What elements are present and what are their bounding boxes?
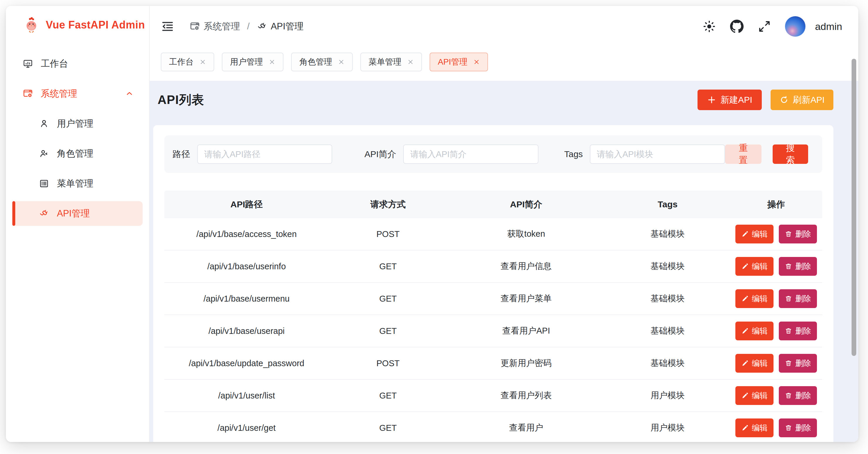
role-icon <box>39 148 49 159</box>
tab-role-management[interactable]: 角色管理 <box>291 53 353 72</box>
method-cell: GET <box>329 294 447 304</box>
delete-button[interactable]: 删除 <box>779 289 817 308</box>
table-header-row: API路径 请求方式 API简介 Tags 操作 <box>164 191 822 218</box>
trash-icon <box>785 327 792 335</box>
edit-button[interactable]: 编辑 <box>735 419 774 437</box>
menu-list-icon <box>39 178 49 189</box>
sidebar-item-system-management[interactable]: 系统管理 <box>12 81 143 106</box>
chevron-up-icon <box>125 89 134 98</box>
pencil-icon <box>741 230 749 238</box>
delete-button[interactable]: 删除 <box>779 419 817 437</box>
close-icon[interactable] <box>473 59 480 65</box>
edit-button[interactable]: 编辑 <box>735 257 774 276</box>
table-row: /api/v1/user/get GET 查看用户 用户模块 编辑 删除 <box>164 412 822 442</box>
edit-button[interactable]: 编辑 <box>735 225 774 244</box>
breadcrumb-item-system[interactable]: 系统管理 <box>190 20 240 33</box>
api-path-cell: /api/v1/user/list <box>164 391 329 401</box>
user-avatar[interactable] <box>785 16 806 37</box>
pencil-icon <box>741 327 749 335</box>
monitor-icon <box>23 58 33 69</box>
tags-filter-label: Tags <box>564 149 583 159</box>
breadcrumb: 系统管理 / API管理 <box>190 20 304 33</box>
delete-button[interactable]: 删除 <box>779 257 817 276</box>
app-title: Vue FastAPI Admin <box>46 19 145 31</box>
filter-panel: 路径 API简介 Tags 重置 搜索 <box>164 135 822 173</box>
table-row: /api/v1/base/update_password POST 更新用户密码… <box>164 347 822 380</box>
tags-cell: 基础模块 <box>605 228 730 240</box>
sidebar-item-role-management[interactable]: 角色管理 <box>12 141 143 166</box>
tags-cell: 基础模块 <box>605 260 730 272</box>
search-button[interactable]: 搜索 <box>773 144 808 164</box>
page-title-row: API列表 新建API 刷新API <box>153 88 833 112</box>
summary-filter-label: API简介 <box>365 148 396 160</box>
tab-api-management[interactable]: API管理 <box>430 53 488 72</box>
edit-button[interactable]: 编辑 <box>735 289 774 308</box>
sidebar-item-user-management[interactable]: 用户管理 <box>12 111 143 136</box>
path-filter-label: 路径 <box>173 148 190 160</box>
edit-button[interactable]: 编辑 <box>735 321 774 340</box>
method-cell: GET <box>329 262 447 271</box>
sidebar: Vue FastAPI Admin 工作台 系统管理 用户管理 角色管理 <box>6 6 150 442</box>
delete-button[interactable]: 删除 <box>779 386 817 405</box>
pencil-icon <box>741 262 749 270</box>
edit-button[interactable]: 编辑 <box>735 386 774 405</box>
sidebar-item-api-management[interactable]: API管理 <box>12 201 143 226</box>
tab-user-management[interactable]: 用户管理 <box>222 53 283 72</box>
reset-button[interactable]: 重置 <box>725 144 762 164</box>
plus-icon <box>707 95 716 105</box>
window-settings-icon <box>23 88 33 99</box>
close-icon[interactable] <box>338 59 344 65</box>
api-path-cell: /api/v1/base/update_password <box>164 359 329 368</box>
method-cell: GET <box>329 391 447 401</box>
breadcrumb-item-api[interactable]: API管理 <box>257 20 304 33</box>
sidebar-collapse-icon[interactable] <box>161 20 174 33</box>
table-row: /api/v1/base/userinfo GET 查看用户信息 基础模块 编辑… <box>164 251 822 283</box>
pencil-icon <box>741 424 749 432</box>
vertical-scrollbar-thumb[interactable] <box>851 59 856 356</box>
edit-button[interactable]: 编辑 <box>735 354 774 373</box>
pencil-icon <box>741 295 749 303</box>
sidebar-menu: 工作台 系统管理 用户管理 角色管理 菜单管理 API管理 <box>6 44 149 226</box>
app-logo-row: Vue FastAPI Admin <box>6 6 149 44</box>
refresh-icon <box>779 95 789 105</box>
summary-cell: 更新用户密码 <box>447 358 605 369</box>
page-actions: 新建API 刷新API <box>698 90 833 110</box>
summary-cell: 获取token <box>447 228 605 240</box>
trash-icon <box>785 360 792 367</box>
close-icon[interactable] <box>407 59 414 65</box>
tags-cell: 用户模块 <box>605 422 730 434</box>
refresh-api-button[interactable]: 刷新API <box>771 90 833 110</box>
api-path-cell: /api/v1/base/userinfo <box>164 262 329 271</box>
summary-cell: 查看用户信息 <box>447 260 605 272</box>
main-area: 系统管理 / API管理 admin 工作台 <box>150 6 858 442</box>
close-icon[interactable] <box>199 59 206 65</box>
sidebar-item-label: API管理 <box>57 207 90 220</box>
api-path-cell: /api/v1/base/access_token <box>164 229 329 239</box>
path-filter-input[interactable] <box>197 144 332 164</box>
summary-filter-input[interactable] <box>403 144 538 164</box>
pencil-icon <box>741 392 749 399</box>
theme-toggle-sun-icon[interactable] <box>702 19 716 33</box>
summary-cell: 查看用户 <box>447 422 605 434</box>
table-row: /api/v1/base/userapi GET 查看用户API 基础模块 编辑… <box>164 315 822 347</box>
new-api-button[interactable]: 新建API <box>698 90 762 110</box>
tags-filter-input[interactable] <box>590 144 725 164</box>
delete-button[interactable]: 删除 <box>779 321 817 340</box>
tab-workbench[interactable]: 工作台 <box>161 53 214 72</box>
github-icon[interactable] <box>730 19 744 33</box>
delete-button[interactable]: 删除 <box>779 354 817 373</box>
column-header-path: API路径 <box>164 199 329 210</box>
trash-icon <box>785 424 792 432</box>
fullscreen-icon[interactable] <box>757 19 771 33</box>
app-window: Vue FastAPI Admin 工作台 系统管理 用户管理 角色管理 <box>6 6 858 442</box>
tab-menu-management[interactable]: 菜单管理 <box>360 53 422 72</box>
close-icon[interactable] <box>269 59 275 65</box>
sidebar-item-menu-management[interactable]: 菜单管理 <box>12 171 143 196</box>
api-path-cell: /api/v1/base/usermenu <box>164 294 329 304</box>
sidebar-item-label: 菜单管理 <box>57 177 93 190</box>
api-path-cell: /api/v1/base/userapi <box>164 326 329 336</box>
delete-button[interactable]: 删除 <box>779 225 817 244</box>
sidebar-item-label: 角色管理 <box>57 147 93 160</box>
sidebar-item-workbench[interactable]: 工作台 <box>12 51 143 76</box>
tags-cell: 用户模块 <box>605 390 730 401</box>
